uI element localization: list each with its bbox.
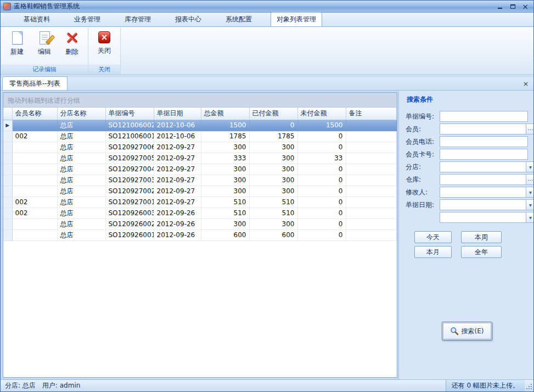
cell-doc-date[interactable]: 2012-09-26 xyxy=(154,208,201,219)
table-row[interactable]: 002总店SO1210060012012-10-06178517850 xyxy=(3,131,397,142)
cell-doc-date[interactable]: 2012-09-26 xyxy=(154,219,201,229)
cell-doc-number[interactable]: SO120927003 xyxy=(105,175,154,186)
column-header-member-name[interactable]: 会员名称 xyxy=(12,108,57,120)
cell-member-name[interactable] xyxy=(12,120,57,131)
cell-unpaid-amount[interactable]: 0 xyxy=(297,229,346,240)
row-indicator[interactable] xyxy=(3,197,12,208)
delete-button[interactable]: 删除 xyxy=(60,30,83,57)
cell-unpaid-amount[interactable]: 0 xyxy=(297,219,346,229)
cell-remark[interactable] xyxy=(346,131,397,142)
row-indicator[interactable] xyxy=(3,186,12,197)
doc-date-from-input[interactable] xyxy=(440,199,526,210)
cell-branch-name[interactable]: 总店 xyxy=(57,175,105,186)
cell-doc-date[interactable]: 2012-09-27 xyxy=(154,164,201,175)
row-indicator[interactable] xyxy=(3,219,12,229)
cell-remark[interactable] xyxy=(346,120,397,131)
cell-doc-date[interactable]: 2012-10-06 xyxy=(154,120,201,131)
cell-unpaid-amount[interactable]: 0 xyxy=(297,197,346,208)
cell-member-name[interactable] xyxy=(12,219,57,229)
warehouse-ellipsis-icon[interactable] xyxy=(526,174,533,185)
doc-date-from-chevron-down-icon[interactable] xyxy=(526,199,533,210)
cell-branch-name[interactable]: 总店 xyxy=(57,229,105,240)
cell-doc-date[interactable]: 2012-09-27 xyxy=(154,153,201,164)
cell-member-name[interactable] xyxy=(12,186,57,197)
this-year-button[interactable]: 全年 xyxy=(461,246,502,258)
member-phone-input[interactable] xyxy=(440,136,528,147)
cell-remark[interactable] xyxy=(346,219,397,229)
cell-unpaid-amount[interactable]: 0 xyxy=(297,142,346,153)
resize-grip[interactable] xyxy=(525,380,533,391)
cell-total-amount[interactable]: 333 xyxy=(201,153,249,164)
close-tab-button[interactable]: 关闭 xyxy=(93,30,116,55)
maximize-button[interactable] xyxy=(507,2,518,11)
cell-paid-amount[interactable]: 300 xyxy=(249,142,297,153)
cell-total-amount[interactable]: 300 xyxy=(201,219,249,229)
branch-chevron-down-icon[interactable] xyxy=(526,161,533,172)
cell-remark[interactable] xyxy=(346,142,397,153)
cell-branch-name[interactable]: 总店 xyxy=(57,164,105,175)
menu-tab-inventory[interactable]: 库存管理 xyxy=(119,13,156,26)
cell-doc-number[interactable]: SO120927002 xyxy=(105,186,154,197)
cell-paid-amount[interactable]: 300 xyxy=(249,219,297,229)
cell-member-name[interactable] xyxy=(12,142,57,153)
cell-branch-name[interactable]: 总店 xyxy=(57,153,105,164)
cell-remark[interactable] xyxy=(346,164,397,175)
menu-tab-basic-data[interactable]: 基础资料 xyxy=(18,13,55,26)
cell-total-amount[interactable]: 1500 xyxy=(201,120,249,131)
row-indicator[interactable] xyxy=(3,175,12,186)
column-header-doc-number[interactable]: 单据编号 xyxy=(105,108,154,120)
cell-branch-name[interactable]: 总店 xyxy=(57,186,105,197)
column-header-total-amount[interactable]: 总金额 xyxy=(201,108,249,120)
cell-remark[interactable] xyxy=(346,186,397,197)
table-row[interactable]: 总店SO1209260022012-09-263003000 xyxy=(3,219,397,229)
cell-unpaid-amount[interactable]: 0 xyxy=(297,131,346,142)
row-indicator[interactable] xyxy=(3,229,12,240)
close-button[interactable] xyxy=(520,2,531,11)
doc-date-to-chevron-down-icon[interactable] xyxy=(526,212,533,223)
cell-member-name[interactable] xyxy=(12,164,57,175)
cell-branch-name[interactable]: 总店 xyxy=(57,208,105,219)
doc-number-input[interactable] xyxy=(440,111,528,122)
cell-paid-amount[interactable]: 510 xyxy=(249,208,297,219)
cell-remark[interactable] xyxy=(346,197,397,208)
table-row[interactable]: 002总店SO1209260032012-09-265105100 xyxy=(3,208,397,219)
cell-remark[interactable] xyxy=(346,229,397,240)
cell-unpaid-amount[interactable]: 0 xyxy=(297,175,346,186)
this-month-button[interactable]: 本月 xyxy=(414,246,452,258)
cell-paid-amount[interactable]: 1785 xyxy=(249,131,297,142)
cell-total-amount[interactable]: 1785 xyxy=(201,131,249,142)
member-ellipsis-icon[interactable] xyxy=(526,124,533,135)
row-indicator[interactable] xyxy=(3,142,12,153)
cell-branch-name[interactable]: 总店 xyxy=(57,219,105,229)
cell-doc-date[interactable]: 2012-09-26 xyxy=(154,229,201,240)
cell-unpaid-amount[interactable]: 0 xyxy=(297,186,346,197)
menu-tab-system-config[interactable]: 系统配置 xyxy=(220,13,257,26)
group-by-drop-area[interactable]: 拖动列标题到这进行分组 xyxy=(3,93,397,108)
column-header-unpaid-amount[interactable]: 未付金额 xyxy=(297,108,346,120)
cell-doc-number[interactable]: SO120926001 xyxy=(105,229,154,240)
tab-retail-order-list[interactable]: 零售商品单--列表 xyxy=(2,76,68,90)
branch-input[interactable] xyxy=(440,161,526,172)
cell-doc-number[interactable]: SO121006002 xyxy=(105,120,154,131)
modifier-input[interactable] xyxy=(440,187,526,198)
cell-doc-number[interactable]: SO121006001 xyxy=(105,131,154,142)
cell-branch-name[interactable]: 总店 xyxy=(57,197,105,208)
cell-member-name[interactable] xyxy=(12,175,57,186)
table-row[interactable]: 总店SO1209270052012-09-2733330033 xyxy=(3,153,397,164)
cell-member-name[interactable]: 002 xyxy=(12,131,57,142)
cell-total-amount[interactable]: 300 xyxy=(201,142,249,153)
table-row[interactable]: 总店SO1209270062012-09-273003000 xyxy=(3,142,397,153)
row-indicator[interactable] xyxy=(3,164,12,175)
cell-doc-number[interactable]: SO120926002 xyxy=(105,219,154,229)
search-button[interactable]: 搜索(E) xyxy=(442,322,492,340)
cell-unpaid-amount[interactable]: 0 xyxy=(297,208,346,219)
member-card-input[interactable] xyxy=(440,149,528,160)
this-week-button[interactable]: 本周 xyxy=(461,231,502,243)
cell-paid-amount[interactable]: 300 xyxy=(249,164,297,175)
cell-doc-number[interactable]: SO120927004 xyxy=(105,164,154,175)
cell-unpaid-amount[interactable]: 33 xyxy=(297,153,346,164)
table-row[interactable]: ▶总店SO1210060022012-10-06150001500 xyxy=(3,120,397,131)
cell-doc-date[interactable]: 2012-09-27 xyxy=(154,186,201,197)
column-header-remark[interactable]: 备注 xyxy=(346,108,397,120)
cell-branch-name[interactable]: 总店 xyxy=(57,142,105,153)
